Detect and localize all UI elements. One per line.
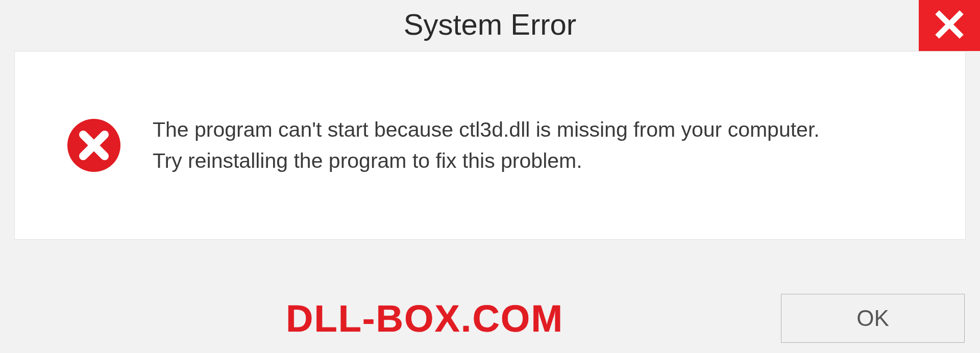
- error-message: The program can't start because ctl3d.dl…: [153, 114, 820, 177]
- footer: DLL-BOX.COM OK: [0, 294, 980, 343]
- ok-button[interactable]: OK: [781, 294, 965, 343]
- error-icon: [66, 117, 122, 173]
- titlebar: System Error: [0, 0, 980, 51]
- error-message-line2: Try reinstalling the program to fix this…: [153, 145, 820, 177]
- close-button[interactable]: [919, 0, 980, 51]
- close-icon: [934, 9, 965, 42]
- watermark-text: DLL-BOX.COM: [286, 297, 564, 340]
- dialog-title: System Error: [404, 7, 576, 41]
- content-panel: The program can't start because ctl3d.dl…: [14, 51, 966, 240]
- error-message-line1: The program can't start because ctl3d.dl…: [153, 114, 820, 146]
